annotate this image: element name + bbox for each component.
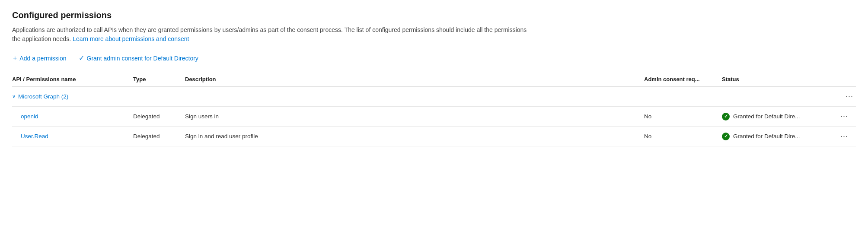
- permission-more-button[interactable]: ···: [838, 131, 851, 142]
- granted-status-icon: [722, 133, 730, 140]
- permission-type: Delegated: [133, 127, 185, 146]
- permission-status-text: Granted for Default Dire...: [733, 113, 800, 120]
- permission-status-cell: Granted for Default Dire...: [722, 133, 829, 140]
- permission-type: Delegated: [133, 107, 185, 127]
- table-row: User.Read Delegated Sign in and read use…: [12, 127, 856, 146]
- permission-name-link[interactable]: User.Read: [12, 133, 48, 139]
- table-header-row: API / Permissions name Type Description …: [12, 73, 856, 86]
- toolbar: + Add a permission ✓ Grant admin consent…: [12, 52, 856, 64]
- checkmark-icon: ✓: [79, 54, 84, 62]
- page-title: Configured permissions: [12, 10, 856, 20]
- table-row: openid Delegated Sign users in No Grante…: [12, 107, 856, 127]
- col-header-name: API / Permissions name: [12, 73, 133, 86]
- permissions-table: API / Permissions name Type Description …: [12, 73, 856, 146]
- permission-status-text: Granted for Default Dire...: [733, 133, 800, 139]
- add-permission-button[interactable]: + Add a permission: [12, 53, 67, 64]
- col-header-status: Status: [722, 73, 834, 86]
- plus-icon: +: [13, 54, 17, 62]
- group-name[interactable]: ∨ Microsoft Graph (2): [12, 93, 722, 100]
- page-description: Applications are authorized to call APIs…: [12, 25, 531, 44]
- col-header-description: Description: [185, 73, 644, 86]
- permission-status-cell: Granted for Default Dire...: [722, 113, 829, 120]
- group-label: Microsoft Graph (2): [18, 93, 68, 100]
- col-header-actions: [834, 73, 856, 86]
- table-group-row: ∨ Microsoft Graph (2) ···: [12, 86, 856, 107]
- permission-admin-consent: No: [644, 127, 722, 146]
- granted-status-icon: [722, 113, 730, 120]
- learn-more-link[interactable]: Learn more about permissions and consent: [73, 35, 189, 42]
- grant-consent-button[interactable]: ✓ Grant admin consent for Default Direct…: [78, 52, 199, 64]
- permission-admin-consent: No: [644, 107, 722, 127]
- permission-name-link[interactable]: openid: [12, 113, 38, 120]
- group-status-cell: [722, 86, 834, 107]
- col-header-consent: Admin consent req...: [644, 73, 722, 86]
- col-header-type: Type: [133, 73, 185, 86]
- permission-more-button[interactable]: ···: [838, 111, 851, 122]
- permission-description: Sign users in: [185, 107, 644, 127]
- group-more-button[interactable]: ···: [843, 91, 856, 102]
- permission-description: Sign in and read user profile: [185, 127, 644, 146]
- chevron-down-icon: ∨: [12, 94, 16, 99]
